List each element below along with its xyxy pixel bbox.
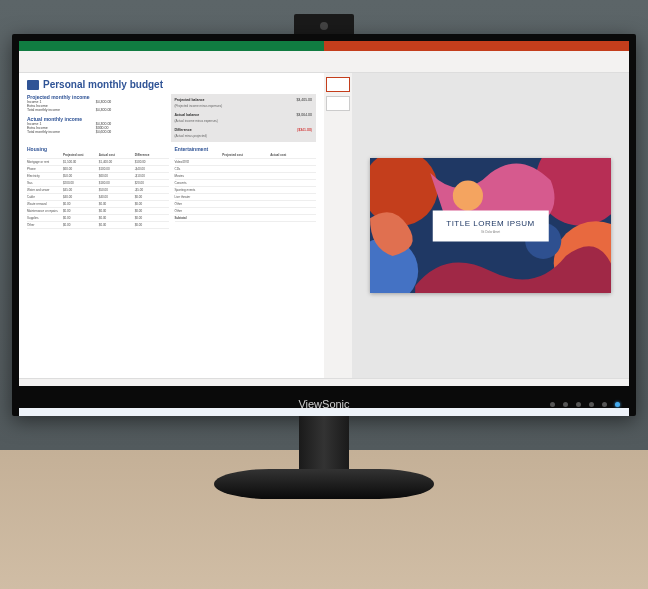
- table-row[interactable]: Movies: [175, 173, 317, 180]
- table-row[interactable]: Cable$40.00$40.00$0.00: [27, 194, 169, 201]
- balance-box: Projected balance$3,405.00 (Projected in…: [171, 94, 317, 142]
- slide-title: TITLE LOREM IPSUM: [446, 218, 535, 227]
- powerpoint-titlebar[interactable]: [324, 41, 629, 51]
- table-row[interactable]: Concerts: [175, 180, 317, 187]
- excel-window: Personal monthly budget Projected monthl…: [19, 41, 324, 386]
- table-header: Projected cost Actual cost: [175, 152, 317, 159]
- slide-canvas[interactable]: TITLE LOREM IPSUM Sit Dolor Amet: [352, 73, 629, 378]
- slide-subtitle: Sit Dolor Amet: [446, 229, 535, 233]
- table-row[interactable]: Phone$60.00$100.00-$40.00: [27, 166, 169, 173]
- table-row[interactable]: Live theater: [175, 194, 317, 201]
- table-row[interactable]: Mortgage or rent$1,500.00$1,400.00$100.0…: [27, 159, 169, 166]
- power-led: [615, 402, 620, 407]
- table-row[interactable]: Waste removal$0.00$0.00$0.00: [27, 201, 169, 208]
- powerpoint-ribbon[interactable]: [324, 51, 629, 73]
- table-row[interactable]: Sporting events: [175, 187, 317, 194]
- table-row[interactable]: Water and sewer$45.00$50.00-$5.00: [27, 187, 169, 194]
- excel-sheet[interactable]: Personal monthly budget Projected monthl…: [19, 73, 324, 378]
- table-row[interactable]: Supplies$0.00$0.00$0.00: [27, 215, 169, 222]
- excel-statusbar[interactable]: [19, 378, 324, 386]
- table-row[interactable]: Video/DVD: [175, 159, 317, 166]
- doc-title: Personal monthly budget: [27, 79, 316, 90]
- table-row[interactable]: Other: [175, 201, 317, 208]
- table-row[interactable]: Other: [175, 208, 317, 215]
- monitor: Personal monthly budget Projected monthl…: [12, 14, 636, 444]
- powerpoint-statusbar[interactable]: [324, 378, 629, 386]
- monitor-brand: ViewSonic: [298, 398, 349, 410]
- slide-thumbnails[interactable]: [324, 73, 352, 378]
- table-row[interactable]: Gas$200.00$180.00$20.00: [27, 180, 169, 187]
- monitor-buttons[interactable]: [550, 402, 620, 407]
- slide-thumb-2[interactable]: [326, 96, 350, 111]
- svg-point-5: [453, 180, 483, 210]
- screen: Personal monthly budget Projected monthl…: [19, 41, 629, 386]
- slide[interactable]: TITLE LOREM IPSUM Sit Dolor Amet: [370, 158, 611, 294]
- monitor-bezel: Personal monthly budget Projected monthl…: [12, 34, 636, 416]
- monitor-stand: [299, 416, 349, 476]
- table-row: Total monthly income $4,300.00: [27, 108, 165, 112]
- excel-titlebar[interactable]: [19, 41, 324, 51]
- slide-title-box[interactable]: TITLE LOREM IPSUM Sit Dolor Amet: [432, 210, 549, 241]
- table-row[interactable]: Maintenance or repairs$0.00$0.00$0.00: [27, 208, 169, 215]
- excel-ribbon[interactable]: [19, 51, 324, 73]
- subtotal-row: Subtotal: [175, 215, 317, 222]
- table-row[interactable]: Other$0.00$0.00$0.00: [27, 222, 169, 229]
- table-row[interactable]: CDs: [175, 166, 317, 173]
- table-row[interactable]: Electricity$50.00$60.00-$10.00: [27, 173, 169, 180]
- monitor-base: [214, 469, 434, 499]
- slide-thumb-1[interactable]: [326, 77, 350, 92]
- table-header: Projected cost Actual cost Difference: [27, 152, 169, 159]
- powerpoint-window: TITLE LOREM IPSUM Sit Dolor Amet: [324, 41, 629, 386]
- table-row: Total monthly income $4,600.00: [27, 130, 165, 134]
